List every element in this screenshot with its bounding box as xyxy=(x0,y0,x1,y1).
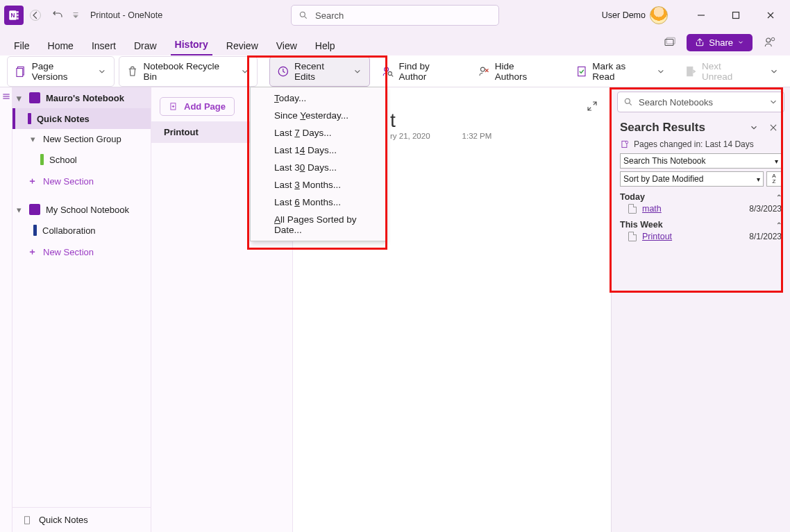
section-tab-icon xyxy=(40,154,44,165)
global-search[interactable]: Search xyxy=(291,5,499,26)
pages-icon xyxy=(620,139,630,149)
svg-point-16 xyxy=(388,71,392,75)
svg-rect-18 xyxy=(578,67,585,76)
title-bar: N Printout - OneNote Search User Demo xyxy=(0,0,790,31)
menu-review[interactable]: Review xyxy=(222,36,262,55)
trash-icon xyxy=(126,65,139,78)
window-close[interactable] xyxy=(755,5,786,26)
hide-authors-button[interactable]: Hide Authors xyxy=(470,56,555,87)
recent-edits-option[interactable]: Last 14 Days... xyxy=(251,141,385,159)
recent-edits-button[interactable]: Recent Edits xyxy=(269,56,369,87)
results-subheader: Pages changed in: Last 14 Days xyxy=(612,137,790,152)
chevron-down-icon xyxy=(97,67,107,76)
section-quick-notes[interactable]: Quick Notes xyxy=(12,108,151,129)
open-full-icon[interactable] xyxy=(586,100,598,112)
menu-history[interactable]: History xyxy=(171,35,212,55)
notebook-nav: ▾ Mauro's Notebook Quick Notes ▾ New Sec… xyxy=(12,87,151,532)
back-button[interactable] xyxy=(25,5,46,26)
window-title: Printout - OneNote xyxy=(90,10,162,20)
search-icon xyxy=(299,10,308,20)
menu-insert[interactable]: Insert xyxy=(87,36,120,55)
panel-collapse-button[interactable] xyxy=(746,119,762,136)
share-button[interactable]: Share xyxy=(687,34,753,51)
recent-edits-option[interactable]: Today... xyxy=(251,89,385,107)
menu-help[interactable]: Help xyxy=(311,36,339,55)
svg-rect-7 xyxy=(733,12,739,19)
search-notebooks-input[interactable]: Search Notebooks xyxy=(617,92,784,112)
svg-point-15 xyxy=(385,67,389,71)
svg-point-5 xyxy=(31,10,41,21)
add-page-icon xyxy=(169,102,178,112)
page-title-fragment: t xyxy=(390,110,396,132)
section-tab-icon xyxy=(28,113,31,124)
nav-collapse-gutter[interactable] xyxy=(0,87,12,532)
notebook-icon xyxy=(29,204,40,215)
menu-home[interactable]: Home xyxy=(44,36,78,55)
chevron-down-icon xyxy=(240,67,250,76)
page-icon xyxy=(22,515,32,525)
section-collaboration[interactable]: Collaboration xyxy=(12,220,151,241)
sort-order-button[interactable]: AZ xyxy=(766,171,782,187)
page-versions-button[interactable]: Page Versions xyxy=(7,56,115,87)
recent-edits-option[interactable]: Since Yesterday... xyxy=(251,107,385,124)
result-group-header[interactable]: This Week⌃ xyxy=(612,216,790,230)
notebook-mauro[interactable]: ▾ Mauro's Notebook xyxy=(12,87,151,108)
hamburger-icon xyxy=(1,92,11,101)
result-date: 8/3/2023 xyxy=(749,204,782,214)
open-in-window-button[interactable] xyxy=(659,32,680,53)
quickaccess-more[interactable] xyxy=(69,5,82,26)
result-group-header[interactable]: Today⌃ xyxy=(612,188,790,202)
svg-point-24 xyxy=(625,141,628,144)
svg-text:N: N xyxy=(11,12,15,19)
nav-quick-notes-footer[interactable]: Quick Notes xyxy=(12,507,151,532)
next-unread-button: Next Unread xyxy=(677,56,761,87)
svg-rect-1 xyxy=(17,11,19,13)
section-group[interactable]: ▾ New Section Group xyxy=(12,129,151,149)
section-tab-icon xyxy=(33,225,37,236)
chevron-down-icon xyxy=(737,39,744,46)
add-page-button[interactable]: Add Page xyxy=(160,97,235,116)
recent-edits-option[interactable]: Last 3 Months... xyxy=(251,176,385,194)
menu-view[interactable]: View xyxy=(272,36,301,55)
menu-file[interactable]: File xyxy=(10,36,34,55)
account-avatar[interactable] xyxy=(650,6,668,24)
result-link[interactable]: Printout xyxy=(642,232,672,241)
chevron-down-icon: ▾ xyxy=(14,205,24,214)
person-hide-icon xyxy=(478,65,490,78)
search-icon xyxy=(623,97,633,107)
mark-as-read-button[interactable]: Mark as Read xyxy=(568,56,673,87)
recycle-bin-button[interactable]: Notebook Recycle Bin xyxy=(119,56,258,87)
right-panel: Search Notebooks Search Results Pages ch… xyxy=(611,87,790,532)
chevron-down-icon: ▾ xyxy=(14,93,24,103)
find-by-author-button[interactable]: Find by Author xyxy=(374,56,466,87)
feedback-button[interactable] xyxy=(759,32,780,53)
result-item[interactable]: Printout8/1/2023 xyxy=(612,230,790,243)
panel-close-button[interactable] xyxy=(765,119,782,136)
account-name[interactable]: User Demo xyxy=(602,10,646,20)
result-link[interactable]: math xyxy=(642,204,662,214)
section-school[interactable]: School xyxy=(12,149,151,170)
page-icon xyxy=(628,232,637,241)
new-section-button-2[interactable]: ＋ New Section xyxy=(12,241,151,263)
menu-draw[interactable]: Draw xyxy=(130,36,161,55)
sort-select[interactable]: Sort by Date Modified▾ xyxy=(620,171,764,187)
svg-point-22 xyxy=(625,98,630,103)
recent-edits-option[interactable]: Last 6 Months... xyxy=(251,194,385,211)
undo-button[interactable] xyxy=(47,5,68,26)
search-placeholder: Search xyxy=(315,10,344,21)
ribbon-overflow[interactable] xyxy=(765,62,783,80)
result-date: 8/1/2023 xyxy=(749,232,782,241)
recent-edits-option[interactable]: Last 30 Days... xyxy=(251,159,385,176)
page-icon xyxy=(628,204,637,214)
recent-edits-option[interactable]: All Pages Sorted by Date... xyxy=(251,211,385,239)
chevron-down-icon xyxy=(656,67,666,76)
result-item[interactable]: math8/3/2023 xyxy=(612,202,790,216)
search-scope-select[interactable]: Search This Notebook▾ xyxy=(620,153,782,169)
window-maximize[interactable] xyxy=(721,5,751,26)
recent-edits-option[interactable]: Last 7 Days... xyxy=(251,124,385,141)
plus-icon: ＋ xyxy=(28,246,37,258)
notebook-school[interactable]: ▾ My School Notebook xyxy=(12,199,151,220)
window-minimize[interactable] xyxy=(686,5,716,26)
svg-point-6 xyxy=(300,12,305,17)
new-section-button[interactable]: ＋ New Section xyxy=(12,170,151,192)
